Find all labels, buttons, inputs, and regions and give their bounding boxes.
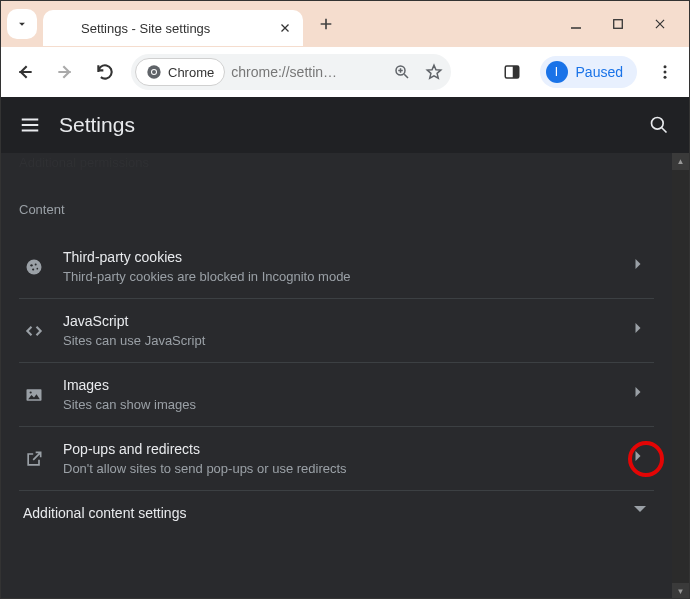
row-javascript[interactable]: JavaScript Sites can use JavaScript	[19, 299, 654, 363]
bookmark-button[interactable]	[421, 59, 447, 85]
gear-icon	[53, 19, 71, 37]
zoom-icon	[393, 63, 411, 81]
chevron-down-icon	[15, 17, 29, 31]
svg-point-13	[35, 263, 37, 265]
additional-label: Additional content settings	[23, 505, 634, 521]
forward-button[interactable]	[51, 58, 79, 86]
maximize-icon	[612, 18, 624, 30]
svg-point-3	[152, 70, 156, 74]
settings-search-button[interactable]	[647, 113, 671, 137]
chevron-right-icon	[634, 387, 650, 403]
row-third-party-cookies[interactable]: Third-party cookies Third-party cookies …	[19, 235, 654, 299]
chevron-right-icon	[634, 323, 650, 339]
browser-toolbar: Chrome chrome://settin… I Paused	[1, 47, 689, 97]
svg-point-14	[32, 268, 34, 270]
scrolled-off-header: Additional permissions	[19, 153, 654, 194]
svg-point-9	[664, 76, 667, 79]
code-icon	[23, 320, 45, 342]
row-additional-content-settings[interactable]: Additional content settings	[19, 491, 654, 535]
tab-search-dropdown[interactable]	[7, 9, 37, 39]
new-tab-button[interactable]	[311, 9, 341, 39]
row-title: JavaScript	[63, 313, 616, 329]
scroll-down-button[interactable]: ▼	[672, 583, 689, 599]
row-subtitle: Sites can use JavaScript	[63, 333, 616, 348]
paused-label: Paused	[576, 64, 623, 80]
row-popups-redirects[interactable]: Pop-ups and redirects Don't allow sites …	[19, 427, 654, 491]
kebab-icon	[656, 63, 674, 81]
svg-point-8	[664, 71, 667, 74]
svg-point-10	[652, 118, 664, 130]
chrome-menu-button[interactable]	[651, 58, 679, 86]
reload-icon	[95, 62, 115, 82]
arrow-left-icon	[15, 62, 35, 82]
chrome-logo-icon	[146, 64, 162, 80]
settings-menu-button[interactable]	[19, 114, 41, 136]
row-subtitle: Don't allow sites to send pop-ups or use…	[63, 461, 616, 476]
zoom-button[interactable]	[389, 59, 415, 85]
cookie-icon	[23, 256, 45, 278]
chevron-right-icon	[634, 259, 650, 275]
arrow-right-icon	[55, 62, 75, 82]
search-icon	[649, 115, 669, 135]
section-content-label: Content	[19, 194, 654, 235]
svg-point-17	[30, 391, 32, 393]
row-title: Images	[63, 377, 616, 393]
chevron-down-icon	[634, 505, 650, 521]
svg-point-11	[27, 259, 42, 274]
profile-paused-chip[interactable]: I Paused	[540, 56, 637, 88]
minimize-button[interactable]	[567, 15, 585, 33]
image-icon	[23, 384, 45, 406]
launch-icon	[23, 448, 45, 470]
side-panel-button[interactable]	[498, 58, 526, 86]
scroll-up-button[interactable]: ▲	[672, 153, 689, 170]
settings-content: Additional permissions Content Third-par…	[1, 153, 672, 599]
row-title: Pop-ups and redirects	[63, 441, 616, 457]
row-subtitle: Third-party cookies are blocked in Incog…	[63, 269, 616, 284]
star-icon	[425, 63, 443, 81]
settings-header: Settings	[1, 97, 689, 153]
svg-point-7	[664, 65, 667, 68]
window-controls	[567, 15, 683, 33]
minimize-icon	[569, 17, 583, 31]
address-bar[interactable]: Chrome chrome://settin…	[131, 54, 451, 90]
avatar-initial: I	[555, 65, 558, 79]
tab-close-button[interactable]	[277, 20, 293, 36]
svg-point-15	[37, 267, 39, 269]
side-panel-icon	[503, 63, 521, 81]
avatar: I	[546, 61, 568, 83]
row-images[interactable]: Images Sites can show images	[19, 363, 654, 427]
tab-title: Settings - Site settings	[81, 21, 267, 36]
plus-icon	[318, 16, 334, 32]
chrome-chip-label: Chrome	[168, 65, 214, 80]
svg-point-12	[30, 264, 32, 266]
chevron-right-icon	[634, 451, 650, 467]
svg-rect-6	[512, 66, 518, 78]
close-icon	[279, 22, 291, 34]
row-title: Third-party cookies	[63, 249, 616, 265]
chrome-chip[interactable]: Chrome	[135, 58, 225, 86]
tab-strip: Settings - Site settings	[1, 1, 689, 47]
settings-title: Settings	[59, 113, 135, 137]
scroll-track[interactable]	[672, 170, 689, 583]
back-button[interactable]	[11, 58, 39, 86]
svg-rect-0	[614, 20, 623, 29]
hamburger-icon	[19, 114, 41, 136]
active-tab[interactable]: Settings - Site settings	[43, 10, 303, 46]
reload-button[interactable]	[91, 58, 119, 86]
row-subtitle: Sites can show images	[63, 397, 616, 412]
close-icon	[653, 17, 667, 31]
scrollbar[interactable]: ▲ ▼	[672, 153, 689, 599]
close-window-button[interactable]	[651, 15, 669, 33]
maximize-button[interactable]	[609, 15, 627, 33]
url-text: chrome://settin…	[231, 64, 383, 80]
